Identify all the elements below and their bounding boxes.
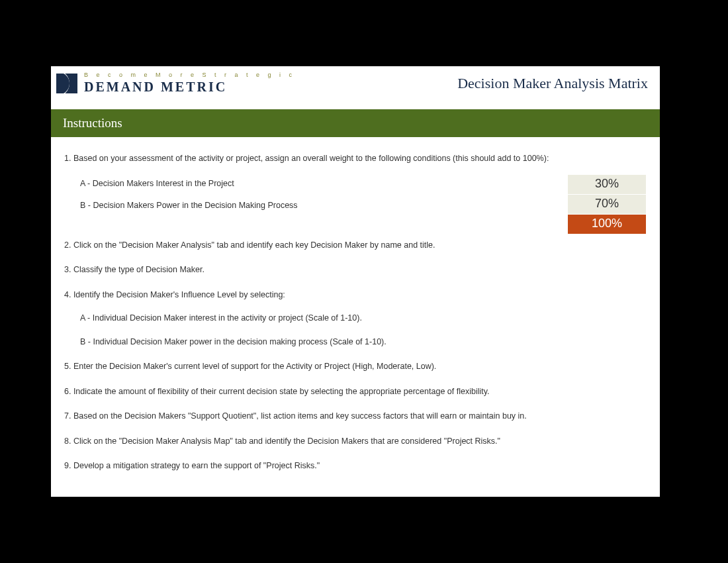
- step-6: 6. Indicate the amount of flexibility of…: [64, 386, 647, 398]
- conditions-row: A - Decision Makers Interest in the Proj…: [64, 178, 647, 234]
- logo-brand: DEMAND METRIC: [84, 79, 295, 95]
- weight-a-cell[interactable]: 30%: [568, 174, 647, 194]
- condition-labels: A - Decision Makers Interest in the Proj…: [64, 178, 567, 234]
- step-4: 4. Identify the Decision Maker's Influen…: [64, 289, 647, 301]
- logo-tagline: B e c o m e M o r e S t r a t e g i c: [84, 72, 295, 78]
- step-8: 8. Click on the "Decision Maker Analysis…: [64, 436, 647, 448]
- step-2: 2. Click on the "Decision Maker Analysis…: [64, 240, 647, 252]
- content-area: 1. Based on your assessment of the activ…: [51, 137, 660, 472]
- step-4b: B - Individual Decision Maker power in t…: [64, 336, 647, 348]
- step-3: 3. Classify the type of Decision Maker.: [64, 264, 647, 276]
- header: B e c o m e M o r e S t r a t e g i c DE…: [51, 66, 660, 95]
- document-title: Decision Maker Analysis Matrix: [457, 75, 648, 92]
- logo-text: B e c o m e M o r e S t r a t e g i c DE…: [84, 72, 295, 95]
- step-1: 1. Based on your assessment of the activ…: [64, 153, 647, 165]
- step-7: 7. Based on the Decision Makers "Support…: [64, 411, 647, 423]
- weight-table: 30% 70% 100%: [567, 174, 647, 234]
- document-page: B e c o m e M o r e S t r a t e g i c DE…: [51, 66, 660, 497]
- weight-total-cell: 100%: [568, 214, 647, 234]
- logo-block: B e c o m e M o r e S t r a t e g i c DE…: [56, 72, 295, 95]
- weight-b-cell[interactable]: 70%: [568, 194, 647, 214]
- section-header: Instructions: [51, 109, 660, 137]
- step-9: 9. Develop a mitigation strategy to earn…: [64, 460, 647, 472]
- logo-icon: [56, 74, 77, 93]
- step-4a: A - Individual Decision Maker interest i…: [64, 313, 647, 325]
- condition-b-label: B - Decision Makers Power in the Decisio…: [80, 200, 567, 212]
- step-5: 5. Enter the Decision Maker's current le…: [64, 361, 647, 373]
- condition-a-label: A - Decision Makers Interest in the Proj…: [80, 178, 567, 190]
